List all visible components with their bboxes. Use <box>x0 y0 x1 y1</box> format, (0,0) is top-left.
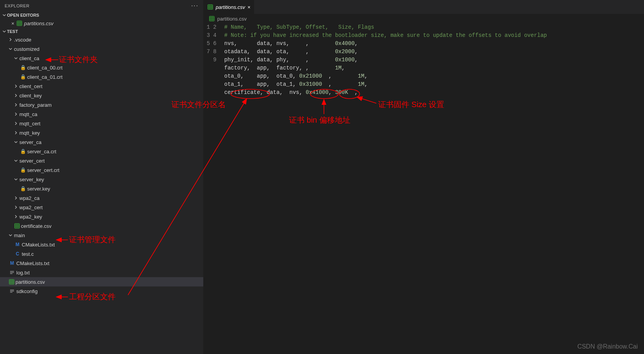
chevron-right-icon <box>13 93 19 98</box>
tree-file[interactable]: 🔒client_ca_00.crt <box>0 63 203 72</box>
lock-icon: 🔒 <box>19 65 26 70</box>
lock-icon: 🔒 <box>19 167 26 173</box>
chevron-right-icon <box>13 195 19 201</box>
project-label: TEST <box>7 29 18 34</box>
tree-folder[interactable]: client_cert <box>0 82 203 91</box>
cmake-file-icon: M <box>9 260 16 266</box>
explorer-more-icon[interactable]: ··· <box>191 2 199 9</box>
chevron-down-icon <box>13 177 19 182</box>
tree-file-certificate-csv[interactable]: certificate.csv <box>0 221 203 231</box>
tree-file[interactable]: sdkconfig <box>0 286 203 296</box>
c-file-icon: C <box>14 251 21 257</box>
tree-folder[interactable]: mqtt_key <box>0 128 203 137</box>
tree-file[interactable]: 🔒server.key <box>0 184 203 193</box>
editor-area: partitions.csv × partitions.csv 1 2 3 4 … <box>203 0 644 354</box>
chevron-down-icon <box>13 56 19 61</box>
tree-file[interactable]: log.txt <box>0 268 203 277</box>
breadcrumb-file: partitions.csv <box>217 16 247 22</box>
chevron-down-icon <box>2 29 7 34</box>
tab-label: partitions.csv <box>216 4 245 10</box>
csv-file-icon <box>207 4 213 10</box>
tree-folder[interactable]: mqtt_cert <box>0 119 203 128</box>
chevron-down-icon <box>8 233 13 238</box>
chevron-right-icon <box>13 205 19 210</box>
cmake-file-icon: M <box>14 241 21 248</box>
watermark: CSDN @Rainbow.Cai <box>577 343 638 350</box>
close-icon[interactable]: × <box>9 21 16 26</box>
tree-folder[interactable]: wpa2_ca <box>0 193 203 203</box>
text-file-icon <box>9 288 16 294</box>
code-editor[interactable]: 1 2 3 4 5 6 7 8 9 # Name, Type, SubType,… <box>203 23 644 97</box>
close-icon[interactable]: × <box>248 4 251 10</box>
tree-file[interactable]: 🔒server_cert.crt <box>0 165 203 175</box>
chevron-down-icon <box>2 12 7 18</box>
tree-folder-customized[interactable]: customized <box>0 44 203 54</box>
open-editors-label: OPEN EDITORS <box>7 13 39 17</box>
file-tree: .vscode customized client_ca 🔒client_ca_… <box>0 35 203 354</box>
tree-folder[interactable]: mqtt_ca <box>0 109 203 119</box>
tree-file[interactable]: Ctest.c <box>0 249 203 259</box>
open-editors-header[interactable]: OPEN EDITORS <box>0 12 203 19</box>
lock-icon: 🔒 <box>19 74 26 80</box>
chevron-down-icon <box>13 139 19 145</box>
tree-folder[interactable]: wpa2_key <box>0 212 203 221</box>
tree-folder[interactable]: server_ca <box>0 137 203 147</box>
chevron-down-icon <box>13 158 19 163</box>
breadcrumb[interactable]: partitions.csv <box>203 14 644 23</box>
open-editor-filename: partitions.csv <box>24 21 54 26</box>
tree-file-partitions-csv[interactable]: partitions.csv <box>0 277 203 286</box>
svg-rect-5 <box>15 224 19 228</box>
open-editor-item[interactable]: × partitions.csv <box>0 19 203 28</box>
tab-partitions-csv[interactable]: partitions.csv × <box>203 0 254 14</box>
tree-folder[interactable]: server_cert <box>0 156 203 165</box>
chevron-down-icon <box>8 46 13 52</box>
svg-rect-21 <box>208 5 213 9</box>
tree-file[interactable]: MCMakeLists.txt <box>0 240 203 249</box>
tree-file[interactable]: 🔒server_ca.crt <box>0 147 203 156</box>
tree-folder[interactable]: main <box>0 231 203 240</box>
tree-folder[interactable]: client_ca <box>0 54 203 63</box>
csv-file-icon <box>9 279 15 285</box>
chevron-right-icon <box>13 130 19 135</box>
explorer-sidebar: EXPLORER ··· OPEN EDITORS × partitions.c… <box>0 0 203 354</box>
code-content[interactable]: # Name, Type, SubType, Offset, Size, Fla… <box>224 23 547 97</box>
csv-file-icon <box>16 20 23 26</box>
chevron-right-icon <box>13 111 19 117</box>
tree-file[interactable]: 🔒client_ca_01.crt <box>0 72 203 82</box>
chevron-right-icon <box>8 37 13 42</box>
chevron-right-icon <box>13 102 19 108</box>
line-numbers: 1 2 3 4 5 6 7 8 9 <box>203 23 224 97</box>
tree-folder[interactable]: server_key <box>0 175 203 184</box>
svg-rect-26 <box>209 16 214 21</box>
lock-icon: 🔒 <box>19 149 26 154</box>
csv-file-icon <box>209 16 215 22</box>
project-header[interactable]: TEST <box>0 28 203 35</box>
tree-file[interactable]: MCMakeLists.txt <box>0 259 203 268</box>
tree-folder[interactable]: wpa2_cert <box>0 203 203 212</box>
csv-file-icon <box>14 223 20 229</box>
explorer-header: EXPLORER ··· <box>0 0 203 12</box>
explorer-title: EXPLORER <box>5 3 29 8</box>
svg-rect-0 <box>17 21 22 26</box>
chevron-right-icon <box>13 214 19 219</box>
tree-folder[interactable]: .vscode <box>0 35 203 44</box>
lock-icon: 🔒 <box>19 186 26 191</box>
tree-folder[interactable]: factory_param <box>0 100 203 109</box>
chevron-right-icon <box>13 83 19 89</box>
tree-folder[interactable]: client_key <box>0 91 203 100</box>
svg-rect-13 <box>9 279 14 284</box>
chevron-right-icon <box>13 121 19 126</box>
text-file-icon <box>9 270 16 275</box>
tab-bar: partitions.csv × <box>203 0 644 14</box>
